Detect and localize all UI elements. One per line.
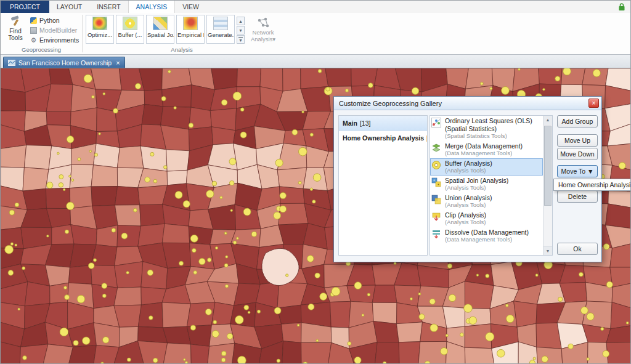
ols-icon <box>431 117 442 140</box>
customize-gallery-dialog: Customize Geoprocessing Gallery × Main[1… <box>333 96 602 262</box>
close-map-tab-icon[interactable]: × <box>116 59 120 67</box>
union-icon <box>431 194 442 209</box>
clip-icon <box>431 211 442 226</box>
network-analysis-button[interactable]: Network Analysis▾ <box>246 16 280 43</box>
gallery-optimize-hot-spot[interactable]: Optimiz... <box>86 15 114 44</box>
buffer-icon <box>431 160 442 174</box>
hammer-icon <box>9 15 22 27</box>
group-count: [0] <box>426 134 427 142</box>
spatial-join-icon <box>431 177 442 192</box>
environments-label: Environments <box>39 36 79 44</box>
analysis-group-label: Analysis <box>83 46 281 54</box>
group-name: Home Ownership Analysis <box>343 134 424 142</box>
add-group-button[interactable]: Add Group <box>557 115 598 127</box>
tool-title: Spatial Join (Analysis) <box>445 177 542 185</box>
tool-title: Union (Analysis) <box>445 194 542 202</box>
ribbon-tab-bar: PROJECT LAYOUT INSERT ANALYSIS VIEW <box>1 1 630 13</box>
gallery-spatial-join[interactable]: Spatial Jo... <box>146 15 174 44</box>
network-analysis-label: Network Analysis <box>251 29 274 42</box>
move-to-menu: Home Ownership Analysis <box>553 179 631 191</box>
tab-layout[interactable]: LAYOUT <box>49 1 89 13</box>
dialog-button-column: Add Group Move Up Move Down Move To ▼ Ho… <box>557 115 598 256</box>
tab-view[interactable]: VIEW <box>175 1 206 13</box>
gallery-buffer[interactable]: Buffer (... <box>116 15 144 44</box>
gear-icon: ⚙ <box>30 37 37 44</box>
tab-analysis[interactable]: ANALYSIS <box>128 1 176 13</box>
tab-insert[interactable]: INSERT <box>89 1 128 13</box>
tool-subtitle: (Analysis Tools) <box>445 201 542 208</box>
move-up-button[interactable]: Move Up <box>557 134 598 147</box>
dissolve-icon <box>431 229 442 243</box>
find-tools-button[interactable]: Find Tools <box>3 14 28 46</box>
tool-subtitle: (Spatial Statistics Tools) <box>445 132 542 139</box>
delete-button[interactable]: Delete <box>557 190 598 203</box>
map-icon <box>8 59 15 67</box>
group-geoprocessing: Find Tools Python ModelBuilder ⚙ Environ… <box>1 13 82 54</box>
caret-down-icon: ▾ <box>272 36 275 42</box>
python-button[interactable]: Python <box>30 15 81 25</box>
geoprocessing-group-label: Geoprocessing <box>1 46 82 54</box>
tool-item-dissolve[interactable]: Dissolve (Data Management) (Data Managem… <box>430 227 543 245</box>
group-analysis: Optimiz... Buffer (... Spatial Jo... Emp… <box>83 13 281 54</box>
tool-subtitle: (Analysis Tools) <box>445 219 542 225</box>
tool-title: Dissolve (Data Management) <box>445 229 542 237</box>
tools-list: Ordinary Least Squares (OLS) (Spatial St… <box>429 115 553 256</box>
gallery-empirical-bayesian[interactable]: Empirical B... <box>176 15 205 44</box>
python-label: Python <box>39 17 60 24</box>
empirical-bayesian-icon <box>183 17 198 30</box>
dialog-title-bar[interactable]: Customize Geoprocessing Gallery × <box>334 97 601 110</box>
environments-button[interactable]: ⚙ Environments <box>30 35 81 45</box>
tool-subtitle: (Data Management Tools) <box>445 236 542 243</box>
tool-title: Clip (Analysis) <box>445 211 542 219</box>
tool-item-clip[interactable]: Clip (Analysis) (Analysis Tools) <box>430 210 543 227</box>
tool-title: Buffer (Analysis) <box>445 160 542 168</box>
tab-project[interactable]: PROJECT <box>1 1 49 13</box>
arcgis-window: PROJECT LAYOUT INSERT ANALYSIS VIEW Find… <box>0 0 631 364</box>
ok-button[interactable]: Ok <box>557 243 598 255</box>
move-down-button[interactable]: Move Down <box>557 148 598 160</box>
scrollbar-thumb[interactable] <box>544 126 552 206</box>
optimize-icon <box>92 17 107 30</box>
map-tab-title: San Francisco Home Ownership <box>18 59 112 67</box>
dialog-close-button[interactable]: × <box>588 99 599 108</box>
find-tools-label: Find Tools <box>3 28 28 41</box>
tool-item-buffer[interactable]: Buffer (Analysis) (Analysis Tools) <box>430 158 543 176</box>
group-item-home-ownership-analysis[interactable]: Home Ownership Analysis[0] <box>339 131 427 145</box>
tools-scrollbar[interactable]: ▲ ▼ <box>543 116 552 255</box>
network-analysis-icon <box>256 17 270 29</box>
tool-item-spatial-join[interactable]: Spatial Join (Analysis) (Analysis Tools) <box>430 176 543 193</box>
tool-item-ols[interactable]: Ordinary Least Squares (OLS) (Spatial St… <box>430 116 543 141</box>
buffer-gallery-icon <box>123 17 137 30</box>
tool-title: Ordinary Least Squares (OLS) (Spatial St… <box>445 117 542 132</box>
generate-icon <box>213 17 228 30</box>
scroll-up-icon[interactable]: ▲ <box>543 116 552 124</box>
tool-subtitle: (Analysis Tools) <box>445 184 542 191</box>
modelbuilder-button[interactable]: ModelBuilder <box>30 25 81 35</box>
gallery-scroll-up-button[interactable]: ▲ <box>237 17 245 25</box>
tool-subtitle: (Data Management Tools) <box>445 150 542 156</box>
modelbuilder-icon <box>30 27 37 34</box>
scroll-down-icon[interactable]: ▼ <box>543 246 552 255</box>
map-tab[interactable]: San Francisco Home Ownership × <box>3 57 125 68</box>
merge-icon <box>431 142 442 157</box>
gallery-groups-list: Main[13] Home Ownership Analysis[0] <box>338 115 428 256</box>
group-name: Main <box>343 119 357 127</box>
modelbuilder-label: ModelBuilder <box>39 26 77 34</box>
ribbon: Find Tools Python ModelBuilder ⚙ Environ… <box>1 13 630 55</box>
gallery-expand-button[interactable]: ▼ <box>237 35 245 44</box>
tool-subtitle: (Analysis Tools) <box>445 167 542 174</box>
tool-title: Merge (Data Management) <box>445 142 542 150</box>
gallery-scroll-down-button[interactable]: ▼ <box>237 26 245 34</box>
group-item-main[interactable]: Main[13] <box>339 116 427 131</box>
menu-item-home-ownership-analysis[interactable]: Home Ownership Analysis <box>554 179 631 190</box>
dialog-body: Main[13] Home Ownership Analysis[0] Ordi… <box>334 110 601 262</box>
group-count: [13] <box>360 119 371 127</box>
tool-item-merge[interactable]: Merge (Data Management) (Data Management… <box>430 141 543 158</box>
move-to-button[interactable]: Move To ▼ <box>557 165 598 177</box>
tool-item-union[interactable]: Union (Analysis) (Analysis Tools) <box>430 193 543 210</box>
gallery-generate[interactable]: Generate... <box>206 15 235 44</box>
spatial-join-gallery-icon <box>153 17 168 30</box>
python-icon <box>30 17 37 24</box>
lock-icon[interactable] <box>617 2 627 12</box>
map-tab-bar: San Francisco Home Ownership × <box>1 55 630 68</box>
